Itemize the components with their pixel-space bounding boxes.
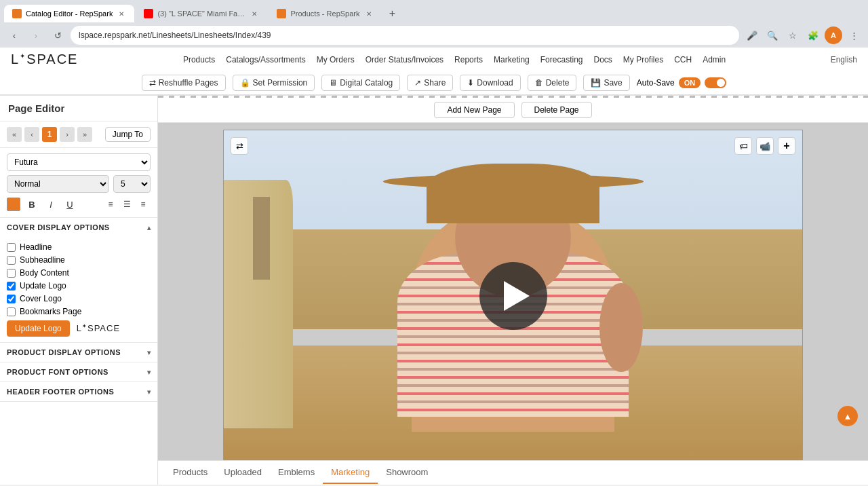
tab3-close-icon[interactable]: ✕ bbox=[364, 9, 374, 18]
tab-youtube[interactable]: (3) "L SPACE" Miami Fashion... ✕ bbox=[136, 5, 267, 22]
download-button[interactable]: ⬇ Download bbox=[460, 75, 520, 91]
tab-close-icon[interactable]: ✕ bbox=[117, 9, 126, 18]
nav-catalogs[interactable]: Catalogs/Assortments bbox=[226, 55, 305, 64]
update-logo-button[interactable]: Update Logo bbox=[7, 320, 70, 337]
last-page-button[interactable]: » bbox=[77, 127, 92, 142]
tab2-close-icon[interactable]: ✕ bbox=[250, 9, 259, 18]
cover-logo-checkbox[interactable] bbox=[7, 295, 16, 303]
nav-forecasting[interactable]: Forecasting bbox=[540, 55, 583, 64]
arm bbox=[599, 283, 643, 373]
scroll-up-button[interactable]: ▲ bbox=[837, 406, 858, 426]
nav-cch[interactable]: CCH bbox=[674, 55, 692, 64]
tab-products[interactable]: Products bbox=[165, 462, 216, 484]
font-style-select[interactable]: Normal Bold Italic bbox=[7, 175, 109, 193]
prev-page-button[interactable]: ‹ bbox=[24, 127, 39, 142]
tab-showroom[interactable]: Showroom bbox=[378, 462, 436, 484]
tab-marketing[interactable]: Marketing bbox=[323, 462, 378, 484]
share-button[interactable]: ↗ Share bbox=[407, 75, 453, 91]
bold-button[interactable]: B bbox=[24, 197, 39, 212]
tab-emblems[interactable]: Emblems bbox=[270, 462, 323, 484]
tag-canvas-button[interactable]: 🏷 bbox=[734, 137, 752, 155]
set-permission-button[interactable]: 🔒 Set Permission bbox=[233, 75, 315, 91]
bottom-tabs: Products Uploaded Emblems Marketing Show… bbox=[158, 460, 868, 485]
profile-icon[interactable]: A bbox=[825, 26, 842, 44]
next-page-button[interactable]: › bbox=[60, 127, 75, 142]
tab-catalog-editor[interactable]: Catalog Editor - RepSpark ✕ bbox=[4, 5, 134, 22]
bookmarks-page-checkbox[interactable] bbox=[7, 307, 16, 316]
toggle-switch[interactable] bbox=[705, 77, 726, 88]
page-actions-toolbar: Add New Page Delete Page bbox=[158, 98, 868, 123]
address-bar: ‹ › ↺ 🎤 🔍 ☆ 🧩 A ⋮ bbox=[0, 23, 868, 48]
digital-catalog-button[interactable]: 🖥 Digital Catalog bbox=[321, 75, 400, 91]
add-new-page-button[interactable]: Add New Page bbox=[434, 102, 514, 118]
tab-favicon bbox=[12, 9, 22, 18]
underline-button[interactable]: U bbox=[62, 197, 77, 212]
jump-to-button[interactable]: Jump To bbox=[105, 127, 151, 142]
page-navigation: « ‹ 1 › » Jump To bbox=[0, 122, 157, 148]
product-font-accordion: PRODUCT FONT OPTIONS ▾ bbox=[0, 362, 157, 382]
content-right: Add New Page Delete Page bbox=[158, 96, 868, 485]
logo[interactable]: L✦SPACE bbox=[11, 52, 78, 67]
body-content-row: Body Content bbox=[7, 268, 151, 278]
nav-docs[interactable]: Docs bbox=[593, 55, 612, 64]
bookmarks-page-row: Bookmarks Page bbox=[7, 307, 151, 316]
tab-products[interactable]: Products - RepSpark ✕ bbox=[269, 5, 381, 22]
font-family-select[interactable]: Futura Arial Helvetica bbox=[7, 153, 151, 171]
subheadline-checkbox[interactable] bbox=[7, 256, 16, 265]
align-center-button[interactable]: ☰ bbox=[119, 197, 134, 212]
text-color-box[interactable] bbox=[7, 198, 20, 211]
forward-button[interactable]: › bbox=[27, 26, 45, 44]
nav-my-profiles[interactable]: My Profiles bbox=[623, 55, 663, 64]
new-tab-button[interactable]: + bbox=[383, 4, 402, 23]
first-page-button[interactable]: « bbox=[7, 127, 22, 142]
nav-reports[interactable]: Reports bbox=[454, 55, 483, 64]
italic-button[interactable]: I bbox=[43, 197, 58, 212]
nav-order-status[interactable]: Order Status/Invoices bbox=[366, 55, 443, 64]
headline-checkbox[interactable] bbox=[7, 243, 16, 252]
product-display-header[interactable]: PRODUCT DISPLAY OPTIONS ▾ bbox=[0, 343, 157, 362]
cover-display-arrow-up: ▴ bbox=[147, 224, 151, 231]
mic-icon[interactable]: 🎤 bbox=[743, 26, 761, 44]
add-canvas-button[interactable]: + bbox=[778, 137, 795, 155]
shuffle-icon: ⇄ bbox=[149, 78, 156, 88]
body-content-checkbox[interactable] bbox=[7, 269, 16, 278]
nav-admin[interactable]: Admin bbox=[703, 55, 726, 64]
nav-marketing[interactable]: Marketing bbox=[494, 55, 530, 64]
shuffle-canvas-button[interactable]: ⇄ bbox=[231, 137, 248, 155]
hat-crown bbox=[427, 164, 600, 223]
align-row: ≡ ☰ ≡ bbox=[103, 197, 151, 212]
delete-page-button[interactable]: Delete Page bbox=[521, 102, 592, 118]
nav-links: Products Catalogs/Assortments My Orders … bbox=[183, 55, 726, 64]
reshuffle-pages-button[interactable]: ⇄ Reshuffle Pages bbox=[142, 75, 226, 91]
video-canvas-button[interactable]: 📹 bbox=[756, 137, 774, 155]
align-left-button[interactable]: ≡ bbox=[103, 197, 118, 212]
product-display-accordion: PRODUCT DISPLAY OPTIONS ▾ bbox=[0, 343, 157, 362]
extensions-icon[interactable]: 🧩 bbox=[804, 26, 822, 44]
auto-save-toggle[interactable]: Auto-Save ON bbox=[637, 77, 727, 88]
search-icon[interactable]: 🔍 bbox=[764, 26, 781, 44]
font-size-select[interactable]: 5 8 10 12 14 bbox=[113, 175, 151, 193]
url-input[interactable] bbox=[71, 26, 739, 45]
save-icon: 💾 bbox=[591, 78, 601, 88]
video-play-overlay[interactable] bbox=[479, 262, 547, 330]
cover-display-body: Headline Subheadline Body Content Update… bbox=[0, 237, 157, 342]
header-footer-header[interactable]: HEADER FOOTER OPTIONS ▾ bbox=[0, 382, 157, 401]
lock-icon: 🔒 bbox=[240, 78, 250, 88]
address-icons: 🎤 🔍 ☆ 🧩 A ⋮ bbox=[743, 26, 863, 44]
save-button[interactable]: 💾 Save bbox=[583, 75, 629, 91]
product-font-header[interactable]: PRODUCT FONT OPTIONS ▾ bbox=[0, 362, 157, 381]
menu-icon[interactable]: ⋮ bbox=[845, 26, 863, 44]
back-button[interactable]: ‹ bbox=[5, 26, 23, 44]
nav-products[interactable]: Products bbox=[183, 55, 215, 64]
reload-button[interactable]: ↺ bbox=[49, 26, 66, 44]
tab-uploaded[interactable]: Uploaded bbox=[216, 462, 270, 484]
nav-my-orders[interactable]: My Orders bbox=[317, 55, 355, 64]
cover-display-header[interactable]: COVER DISPLAY OPTIONS ▴ bbox=[0, 218, 157, 237]
tab-label: Catalog Editor - RepSpark bbox=[26, 10, 113, 18]
delete-button[interactable]: 🗑 Delete bbox=[528, 75, 577, 91]
align-right-button[interactable]: ≡ bbox=[136, 197, 151, 212]
language-label[interactable]: English bbox=[831, 55, 857, 64]
nav-right: English bbox=[831, 55, 857, 64]
bookmark-icon[interactable]: ☆ bbox=[784, 26, 802, 44]
update-logo-checkbox[interactable] bbox=[7, 282, 16, 291]
